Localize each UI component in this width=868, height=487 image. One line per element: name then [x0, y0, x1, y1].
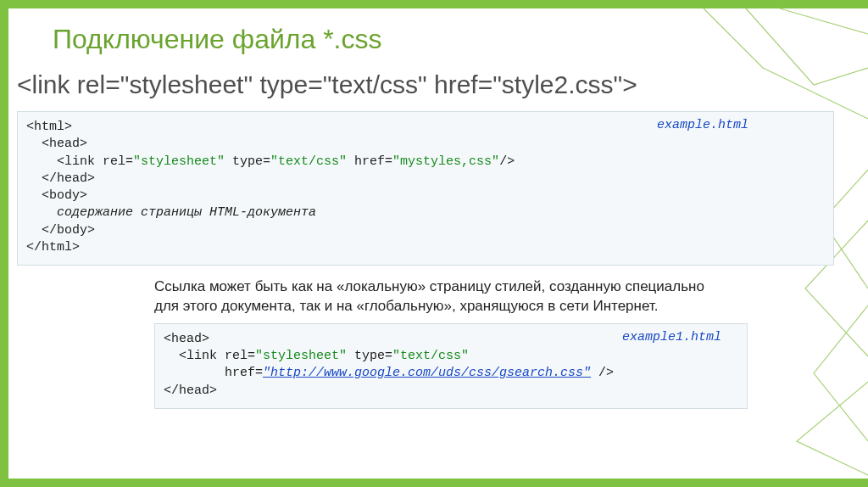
code-line: </html>: [26, 240, 80, 255]
code-text: href=: [225, 366, 263, 380]
code-text: <link rel=: [57, 154, 133, 169]
border-top: [0, 0, 868, 8]
code-heading: <link rel="stylesheet" type="text/css" h…: [17, 70, 834, 99]
code-line: </head>: [26, 171, 825, 188]
code-example-2: example1.html <head> <link rel="styleshe…: [154, 323, 748, 409]
code-line: <link rel="stylesheet" type="text/css" h…: [26, 154, 825, 171]
code-label-1: example.html: [657, 117, 748, 134]
border-bottom: [0, 479, 868, 487]
code-url: "http://www.google.com/uds/css/gsearch.c…: [263, 366, 591, 380]
code-string: "text/css": [392, 349, 469, 363]
slide: Подключение файла *.css <link rel="style…: [0, 0, 868, 487]
code-text: />: [591, 366, 614, 380]
content-area: Подключение файла *.css <link rel="style…: [53, 24, 834, 409]
code-string: "mystyles,css": [392, 154, 499, 169]
code-comment: содержание страницы HTML-документа: [26, 204, 825, 221]
code-line: <body>: [26, 188, 825, 204]
code-text: type=: [225, 154, 270, 169]
code-text: type=: [347, 349, 392, 363]
code-label-2: example1.html: [622, 329, 721, 346]
border-left: [0, 0, 8, 487]
code-text: <link rel=: [179, 349, 255, 363]
code-line: <html>: [26, 120, 72, 134]
code-string: "stylesheet": [133, 154, 225, 169]
code-line: </head>: [164, 383, 217, 398]
code-text: href=: [347, 154, 392, 169]
code-string: "text/css": [270, 154, 347, 169]
code-string: "stylesheet": [255, 349, 347, 363]
code-line: <link rel="stylesheet" type="text/css": [164, 348, 738, 365]
code-text: />: [499, 154, 515, 169]
code-line: </body>: [26, 222, 825, 239]
slide-title: Подключение файла *.css: [53, 24, 834, 55]
code-line: <head>: [26, 136, 825, 153]
code-line: <head>: [164, 332, 209, 346]
code-example-1: example.html <html> <head> <link rel="st…: [17, 111, 834, 266]
code-line: href="http://www.google.com/uds/css/gsea…: [164, 365, 738, 382]
explanation-text: Ссылка может быть как на «локальную» стр…: [154, 277, 731, 316]
